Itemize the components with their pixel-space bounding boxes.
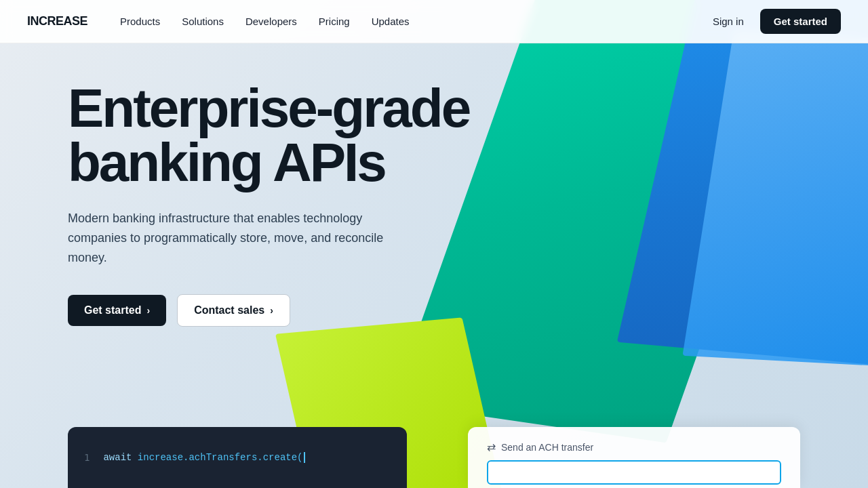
hero-title-line2: banking APIs (68, 132, 385, 192)
nav-item-products[interactable]: Products (120, 16, 160, 27)
arrow-icon-secondary: › (270, 305, 273, 316)
ach-label: ⇄ Send an ACH transfer (487, 441, 781, 453)
nav-item-developers[interactable]: Developers (245, 16, 297, 27)
code-content: await increase.achTransfers.create( (103, 452, 304, 463)
nav-get-started-button[interactable]: Get started (760, 9, 841, 34)
hero-section: INCREASE Products Solutions Developers P… (0, 0, 868, 488)
hero-subtitle: Modern banking infrastructure that enabl… (68, 209, 393, 267)
hero-get-started-button[interactable]: Get started › (68, 295, 166, 326)
code-cursor (304, 452, 305, 463)
nav-links: Products Solutions Developers Pricing Up… (120, 16, 713, 27)
nav-item-solutions[interactable]: Solutions (182, 16, 224, 27)
ach-input[interactable] (487, 460, 781, 485)
arrow-icon: › (146, 305, 150, 316)
hero-title: Enterprise-grade banking APIs (68, 81, 469, 190)
nav-actions: Sign in Get started (713, 9, 841, 34)
hero-buttons: Get started › Contact sales › (68, 294, 469, 327)
code-line-number: 1 (84, 452, 90, 463)
code-keyword: await (103, 452, 137, 463)
hero-content: Enterprise-grade banking APIs Modern ban… (68, 81, 469, 327)
ach-label-text: Send an ACH transfer (501, 442, 593, 453)
ach-icon: ⇄ (487, 441, 496, 453)
code-method: increase.achTransfers.create( (138, 452, 303, 463)
brand-logo: INCREASE (27, 14, 87, 28)
nav-item-updates[interactable]: Updates (372, 16, 410, 27)
contact-sales-button[interactable]: Contact sales › (177, 294, 290, 327)
code-panel: 1 await increase.achTransfers.create( (68, 427, 407, 488)
nav-item-pricing[interactable]: Pricing (319, 16, 350, 27)
navbar: INCREASE Products Solutions Developers P… (0, 0, 868, 43)
ach-panel: ⇄ Send an ACH transfer (468, 427, 800, 488)
hero-title-line1: Enterprise-grade (68, 78, 469, 138)
signin-link[interactable]: Sign in (713, 16, 744, 27)
